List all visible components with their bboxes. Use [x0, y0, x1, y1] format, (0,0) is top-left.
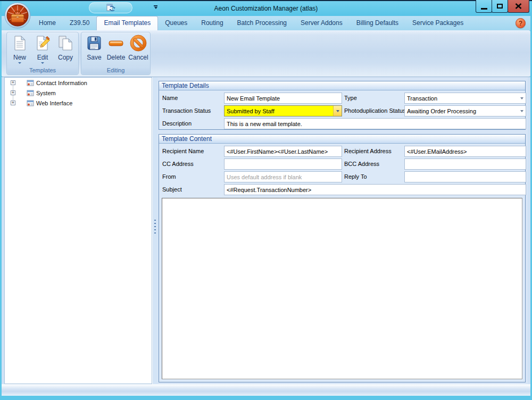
subject-label: Subject — [162, 186, 182, 193]
chevron-down-icon[interactable] — [333, 106, 342, 116]
minimize-button[interactable] — [476, 0, 492, 13]
template-body-textarea[interactable] — [162, 198, 522, 379]
chevron-down-icon[interactable] — [518, 97, 526, 99]
type-select-value: Transaction — [405, 95, 518, 102]
field-row: CC Address BCC Address — [159, 159, 525, 170]
save-button-label: Save — [83, 54, 105, 61]
delete-icon — [107, 35, 124, 52]
template-tree-panel: + Contact Information + — [4, 77, 152, 384]
expand-icon[interactable]: + — [11, 90, 15, 95]
tab-server-addons[interactable]: Server Addons — [294, 16, 350, 30]
save-button[interactable]: Save — [83, 35, 105, 61]
field-row: Transaction Status Submitted by Staff Ph… — [159, 105, 525, 116]
tree-item-label: Web Interface — [36, 100, 72, 106]
maximize-button[interactable] — [492, 0, 508, 13]
minimize-icon — [481, 8, 487, 10]
cancel-button[interactable]: Cancel — [127, 35, 149, 61]
recipient-address-input[interactable] — [404, 146, 526, 157]
template-folder-icon — [27, 89, 34, 97]
tree-item-label: Contact Information — [36, 80, 87, 86]
panel-splitter[interactable] — [152, 77, 157, 384]
tab-billing-defaults[interactable]: Billing Defaults — [350, 16, 405, 30]
close-button[interactable] — [508, 0, 529, 13]
field-row: Description — [159, 118, 525, 129]
ribbon-group-templates: New Edit — [6, 32, 79, 75]
field-row: Subject — [159, 184, 525, 195]
tree-item-system[interactable]: + System — [5, 88, 152, 98]
tab-batch-processing[interactable]: Batch Processing — [230, 16, 294, 30]
field-row: From Reply To — [159, 171, 525, 182]
photoduplication-status-label: Photoduplication Status — [344, 107, 406, 114]
transaction-status-value: Submitted by Staff — [225, 108, 333, 114]
tab-z3950[interactable]: Z39.50 — [63, 16, 96, 30]
qat-refresh-icon[interactable] — [106, 4, 115, 12]
template-folder-icon — [27, 79, 34, 87]
name-label: Name — [162, 95, 178, 101]
photoduplication-status-value: Awaiting Order Processing — [405, 108, 518, 114]
template-details-group: Template Details Name Type Transaction T… — [159, 81, 526, 130]
ribbon-tab-bar: Home Z39.50 Email Templates Queues Routi… — [2, 16, 530, 30]
type-label: Type — [344, 95, 357, 101]
save-floppy-icon — [86, 35, 103, 52]
template-content-group: Template Content Recipient Name Recipien… — [159, 134, 526, 382]
reply-to-input[interactable] — [404, 171, 526, 182]
close-icon — [515, 3, 522, 9]
tab-routing[interactable]: Routing — [194, 16, 230, 30]
cc-address-label: CC Address — [162, 161, 194, 167]
app-window: Aeon Customization Manager (atlas) — [0, 0, 532, 400]
ribbon-group-templates-label: Templates — [7, 66, 78, 74]
tree-item-label: System — [36, 90, 56, 96]
template-content-header: Template Content — [159, 135, 525, 144]
from-label: From — [162, 173, 176, 180]
qat-overflow-chevron-icon[interactable] — [153, 5, 158, 10]
copy-button-label: Copy — [54, 54, 77, 61]
bcc-address-input[interactable] — [404, 159, 526, 170]
new-button[interactable]: New — [9, 35, 31, 64]
tab-queues[interactable]: Queues — [158, 16, 194, 30]
edit-button-label: Edit — [31, 54, 54, 61]
window-controls — [476, 0, 529, 13]
photoduplication-status-select[interactable]: Awaiting Order Processing — [404, 105, 526, 116]
subject-input[interactable] — [224, 184, 526, 195]
field-row: Recipient Name Recipient Address — [159, 146, 525, 157]
maximize-icon — [497, 4, 503, 9]
recipient-name-input[interactable] — [224, 146, 342, 157]
aeon-logo-icon — [4, 2, 31, 29]
edit-button[interactable]: Edit — [31, 35, 54, 64]
new-button-label: New — [9, 54, 31, 61]
copy-button[interactable]: Copy — [54, 35, 77, 61]
copy-documents-icon — [57, 35, 74, 52]
edit-dropdown-arrow-icon[interactable] — [41, 62, 44, 64]
ribbon-group-editing: Save Delete — [81, 32, 151, 75]
cc-address-input[interactable] — [224, 159, 342, 170]
transaction-status-select[interactable]: Submitted by Staff — [224, 105, 342, 116]
name-input[interactable] — [224, 93, 342, 104]
type-select[interactable]: Transaction — [404, 93, 526, 104]
expand-icon[interactable]: + — [11, 80, 15, 85]
new-document-icon — [11, 35, 28, 52]
edit-document-icon — [34, 35, 51, 52]
delete-button[interactable]: Delete — [105, 35, 127, 61]
new-dropdown-arrow-icon[interactable] — [18, 62, 21, 64]
tab-service-packages[interactable]: Service Packages — [405, 16, 470, 30]
from-input[interactable] — [224, 171, 342, 182]
transaction-status-label: Transaction Status — [162, 107, 211, 114]
description-label: Description — [162, 120, 192, 127]
help-button[interactable]: ? — [516, 18, 526, 28]
tab-home[interactable]: Home — [32, 16, 63, 30]
window-title: Aeon Customization Manager (atlas) — [2, 5, 530, 12]
cancel-button-label: Cancel — [127, 54, 149, 61]
status-bar — [2, 384, 530, 396]
chevron-down-icon[interactable] — [518, 110, 526, 112]
tab-email-templates[interactable]: Email Templates — [96, 16, 158, 30]
field-row: Name Type Transaction — [159, 93, 525, 104]
tree-item-contact-information[interactable]: + Contact Information — [5, 78, 152, 88]
tree-item-web-interface[interactable]: + Web Interface — [5, 98, 152, 108]
quick-access-toolbar[interactable] — [89, 2, 132, 13]
application-menu-button[interactable] — [4, 2, 31, 29]
expand-icon[interactable]: + — [11, 101, 15, 105]
title-bar[interactable]: Aeon Customization Manager (atlas) — [2, 1, 530, 16]
cancel-icon — [130, 35, 147, 52]
ribbon: New Edit — [2, 30, 530, 77]
description-input[interactable] — [224, 118, 526, 129]
